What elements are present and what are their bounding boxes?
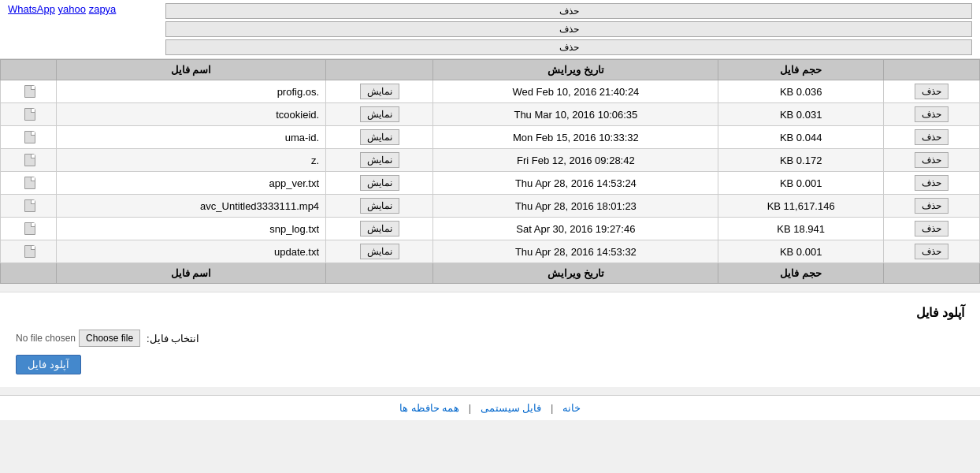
col-header-show [326,60,433,80]
show-button-row-5[interactable]: نمایش [360,198,399,214]
file-date-cell: Sat Apr 30, 2016 19:27:46 [433,218,718,240]
zapya-link[interactable]: zapya [89,3,117,15]
file-icon-cell [1,218,57,240]
file-date-cell: Thu Apr 28, 2016 14:53:32 [433,240,718,263]
file-name-cell: update.txt [57,240,326,263]
table-row: حذفKB 0.001Thu Apr 28, 2016 14:53:32نمای… [1,240,980,263]
file-date-cell: Wed Feb 10, 2016 21:40:24 [433,80,718,103]
file-name-cell: avc_Untitled3333111.mp4 [57,195,326,218]
delete-button-row-4[interactable]: حذف [915,175,948,191]
footer-link-all-storage[interactable]: همه حافظه ها [399,402,459,414]
file-date-cell: Fri Feb 12, 2016 09:28:42 [433,149,718,172]
upload-btn-row: آپلود فایل [16,355,964,374]
file-size-cell: KB 0.001 [718,240,884,263]
file-icon [24,85,35,98]
delete-button-row-5[interactable]: حذف [915,198,948,214]
footer-link-filesystem[interactable]: فایل سیستمی [481,402,542,414]
file-name-cell: z. [57,149,326,172]
file-size-cell: KB 0.172 [718,149,884,172]
upload-section: آپلود فایل انتخاب فایل: Choose file No f… [0,292,980,387]
file-size-cell: KB 11,617.146 [718,195,884,218]
table-row: حذفKB 11,617.146Thu Apr 28, 2016 18:01:2… [1,195,980,218]
show-button-row-4[interactable]: نمایش [360,175,399,191]
delete-button-row-1[interactable]: حذف [915,106,948,122]
delete-button-row-0[interactable]: حذف [915,84,948,99]
file-icon [24,245,35,258]
file-icon [24,199,35,212]
table-row: حذفKB 18.941Sat Apr 30, 2016 19:27:46نما… [1,218,980,240]
file-size-cell: KB 0.044 [718,126,884,149]
file-input-wrapper: Choose file No file chosen [16,330,140,347]
col-header-name: اسم فایل [57,60,326,80]
upload-row: انتخاب فایل: Choose file No file chosen [16,330,964,347]
file-icon [24,222,35,235]
top-links: WhatsApp yahoo zapya [0,0,158,58]
col-footer-date: تاریخ ویرایش [433,263,718,284]
file-icon-cell [1,80,57,103]
upload-title: آپلود فایل [16,305,964,320]
file-size-cell: KB 18.941 [718,218,884,240]
file-name-cell: app_ver.txt [57,172,326,195]
file-icon [24,108,35,121]
delete-button-top-1[interactable]: حذف [165,3,972,19]
show-button-row-6[interactable]: نمایش [360,221,399,236]
yahoo-link[interactable]: yahoo [58,3,86,15]
file-date-cell: Thu Mar 10, 2016 10:06:35 [433,103,718,126]
whatsapp-link[interactable]: WhatsApp [8,3,55,15]
file-select-label: انتخاب فایل: [147,333,199,345]
file-size-cell: KB 0.001 [718,172,884,195]
show-button-row-1[interactable]: نمایش [360,106,399,122]
top-area: حذف حذف حذف WhatsApp yahoo zapya [0,0,980,59]
col-footer-icon [1,263,57,284]
file-icon [24,177,35,189]
file-name-cell: tcookieid. [57,103,326,126]
file-icon-cell [1,149,57,172]
file-icon-cell [1,195,57,218]
file-name-cell: uma-id. [57,126,326,149]
file-size-cell: KB 0.036 [718,80,884,103]
main-content: حجم فایل تاریخ ویرایش اسم فایل حذفKB 0.0… [0,59,980,420]
footer: خانه | فایل سیستمی | همه حافظه ها [0,395,980,420]
col-footer-name: اسم فایل [57,263,326,284]
footer-sep-1: | [551,402,553,414]
show-button-row-7[interactable]: نمایش [360,244,399,259]
file-icon-cell [1,172,57,195]
file-name-cell: profig.os. [57,80,326,103]
file-table: حجم فایل تاریخ ویرایش اسم فایل حذفKB 0.0… [0,59,980,284]
choose-file-button[interactable]: Choose file [79,330,140,347]
table-row: حذفKB 0.001Thu Apr 28, 2016 14:53:24نمای… [1,172,980,195]
file-icon-cell [1,126,57,149]
table-row: حذفKB 0.031Thu Mar 10, 2016 10:06:35نمای… [1,103,980,126]
col-footer-size: حجم فایل [718,263,884,284]
upload-button[interactable]: آپلود فایل [16,355,81,374]
col-header-date: تاریخ ویرایش [433,60,718,80]
table-row: حذفKB 0.036Wed Feb 10, 2016 21:40:24نمای… [1,80,980,103]
file-icon-cell [1,103,57,126]
show-button-row-3[interactable]: نمایش [360,152,399,168]
col-header-icon [1,60,57,80]
delete-button-row-6[interactable]: حذف [915,221,948,236]
no-file-text: No file chosen [16,333,76,344]
delete-button-row-7[interactable]: حذف [915,244,948,259]
delete-button-row-2[interactable]: حذف [915,129,948,145]
show-button-row-2[interactable]: نمایش [360,129,399,145]
file-date-cell: Thu Apr 28, 2016 18:01:23 [433,195,718,218]
col-header-size: حجم فایل [718,60,884,80]
delete-button-row-3[interactable]: حذف [915,152,948,168]
show-button-row-0[interactable]: نمایش [360,84,399,99]
table-row: حذفKB 0.172Fri Feb 12, 2016 09:28:42نمای… [1,149,980,172]
col-footer-show [326,263,433,284]
delete-buttons-top: حذف حذف حذف [158,0,980,58]
table-row: حذفKB 0.044Mon Feb 15, 2016 10:33:32نمای… [1,126,980,149]
file-date-cell: Mon Feb 15, 2016 10:33:32 [433,126,718,149]
delete-button-top-2[interactable]: حذف [165,21,972,37]
footer-link-home[interactable]: خانه [562,402,581,414]
file-icon [24,154,35,166]
file-icon [24,131,35,143]
footer-sep-2: | [469,402,471,414]
file-date-cell: Thu Apr 28, 2016 14:53:24 [433,172,718,195]
col-header-delete [883,60,979,80]
file-size-cell: KB 0.031 [718,103,884,126]
col-footer-delete [883,263,979,284]
delete-button-top-3[interactable]: حذف [165,39,972,55]
